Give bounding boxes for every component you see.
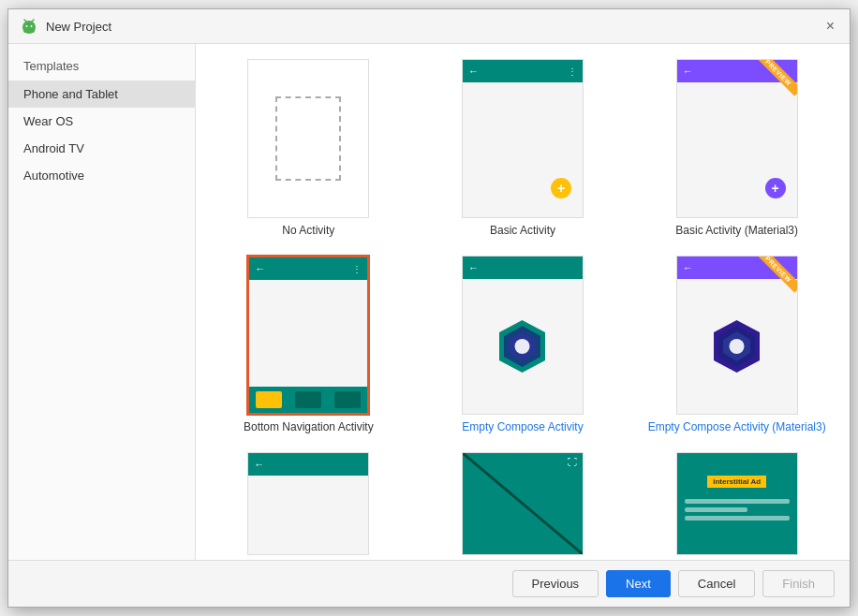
thumb-interstitial-inner: Interstitial Ad (677, 453, 797, 554)
interstitial-badge: Interstitial Ad (707, 476, 766, 488)
thumb-no-activity-inner (248, 60, 368, 217)
template-thumb-fragment: ← (247, 452, 369, 555)
thumb-basic-inner: ← ⋮ + (463, 60, 583, 217)
bottom-nav-content (249, 280, 367, 387)
back-arrow-icon-f: ← (254, 459, 264, 470)
nav-dot-2 (295, 391, 321, 408)
title-bar: New Project × (8, 9, 850, 44)
nav-dot-1 (256, 391, 282, 408)
content-area: Templates Phone and Tablet Wear OS Andro… (8, 44, 850, 560)
svg-point-4 (26, 25, 28, 27)
template-thumb-fullscreen: ⛶ (462, 452, 584, 555)
sidebar-item-phone-tablet[interactable]: Phone and Tablet (8, 81, 195, 108)
fullscreen-inner: ⛶ (463, 453, 583, 554)
template-thumb-no-activity (247, 59, 369, 218)
template-no-activity[interactable]: No Activity (211, 59, 407, 237)
toolbar-dots-icon: ⋮ (568, 66, 577, 77)
previous-button[interactable]: Previous (512, 570, 599, 597)
title-bar-left: New Project (20, 17, 111, 36)
template-thumb-interstitial: Interstitial Ad (676, 452, 798, 555)
fab-button-m3: + (765, 178, 786, 198)
main-panel: No Activity ← ⋮ + Basic (196, 44, 850, 560)
sidebar-item-android-tv[interactable]: Android TV (8, 135, 195, 162)
template-fragment[interactable]: ← Fragment + ViewModel (211, 452, 407, 560)
template-thumb-compose-m3: ← (676, 256, 798, 415)
template-compose-material3[interactable]: ← Empty Com (639, 256, 835, 433)
nav-dot-3 (334, 391, 361, 408)
footer: Previous Next Cancel Finish (8, 560, 850, 607)
svg-rect-1 (23, 24, 35, 33)
svg-point-11 (515, 339, 530, 354)
template-label-compose-m3: Empty Compose Activity (Material3) (648, 420, 826, 433)
compose-toolbar: ← (463, 257, 583, 279)
template-empty-compose[interactable]: ← (425, 256, 621, 433)
template-thumb-basic-material3: ← + (676, 59, 798, 218)
template-thumb-compose: ← (462, 256, 584, 415)
template-bottom-nav[interactable]: ← ⋮ Bottom Navigation Activity (211, 256, 407, 433)
preview-badge (755, 60, 797, 102)
template-fullscreen[interactable]: ⛶ Fullscreen Activity (425, 452, 621, 560)
back-arrow-icon-cm3: ← (683, 262, 693, 273)
back-arrow-icon-m3: ← (683, 66, 693, 77)
fragment-content (248, 476, 368, 554)
interstitial-line-3 (685, 516, 790, 521)
template-label-bottom-nav: Bottom Navigation Activity (244, 420, 374, 433)
svg-line-16 (463, 453, 583, 554)
template-label-no-activity: No Activity (282, 224, 334, 237)
svg-point-15 (730, 339, 745, 354)
interstitial-line-1 (685, 499, 790, 504)
back-arrow-icon-bn: ← (255, 263, 265, 274)
template-basic-material3[interactable]: ← + Basic Activity (Material3) (639, 59, 835, 237)
templates-grid: No Activity ← ⋮ + Basic (211, 59, 835, 560)
svg-rect-3 (31, 29, 33, 33)
fragment-toolbar: ← (248, 453, 368, 476)
preview-badge-m3 (755, 257, 797, 299)
compose-hex-icon (496, 318, 548, 374)
compose-m3-icon-area (677, 279, 797, 414)
close-button[interactable]: × (822, 17, 838, 36)
sidebar-item-wear-os[interactable]: Wear OS (8, 108, 195, 135)
bottom-nav-bar (249, 387, 367, 413)
template-label-compose: Empty Compose Activity (462, 420, 583, 433)
template-thumb-basic: ← ⋮ + (462, 59, 584, 218)
template-label-basic-m3: Basic Activity (Material3) (675, 224, 798, 237)
basic-toolbar: ← ⋮ (463, 60, 583, 82)
cancel-button[interactable]: Cancel (678, 570, 755, 597)
fab-button: + (551, 178, 571, 198)
svg-line-6 (24, 20, 26, 22)
new-project-dialog: New Project × Templates Phone and Tablet… (7, 8, 851, 608)
back-arrow-icon: ← (468, 66, 479, 77)
template-thumb-bottom-nav: ← ⋮ (247, 256, 369, 415)
template-label-basic: Basic Activity (490, 224, 555, 237)
interstitial-lines (685, 499, 790, 521)
android-icon (20, 17, 38, 36)
finish-button[interactable]: Finish (762, 570, 835, 597)
sidebar-item-automotive[interactable]: Automotive (8, 162, 195, 189)
compose-m3-hex-icon (711, 318, 762, 374)
toolbar-dots-bn: ⋮ (352, 264, 362, 274)
thumb-bottom-nav-inner: ← ⋮ (249, 257, 367, 413)
sidebar: Templates Phone and Tablet Wear OS Andro… (8, 44, 196, 560)
thumb-compose-inner: ← (463, 257, 583, 414)
template-interstitial[interactable]: Interstitial Ad Interstitial Ad (639, 452, 835, 560)
interstitial-line-2 (685, 507, 747, 512)
bottom-nav-toolbar: ← ⋮ (249, 257, 367, 280)
dashed-rect (275, 96, 341, 181)
svg-line-7 (32, 20, 34, 22)
template-basic-activity[interactable]: ← ⋮ + Basic Activity (425, 59, 621, 237)
back-arrow-icon-c: ← (468, 262, 479, 273)
thumb-fragment-inner: ← (248, 453, 368, 554)
compose-icon-area (463, 279, 583, 414)
svg-point-5 (31, 25, 33, 27)
sidebar-section-label: Templates (8, 55, 195, 81)
next-button[interactable]: Next (606, 570, 671, 597)
window-title: New Project (46, 20, 111, 34)
svg-rect-2 (25, 29, 27, 33)
diagonal-line-icon (463, 453, 583, 554)
